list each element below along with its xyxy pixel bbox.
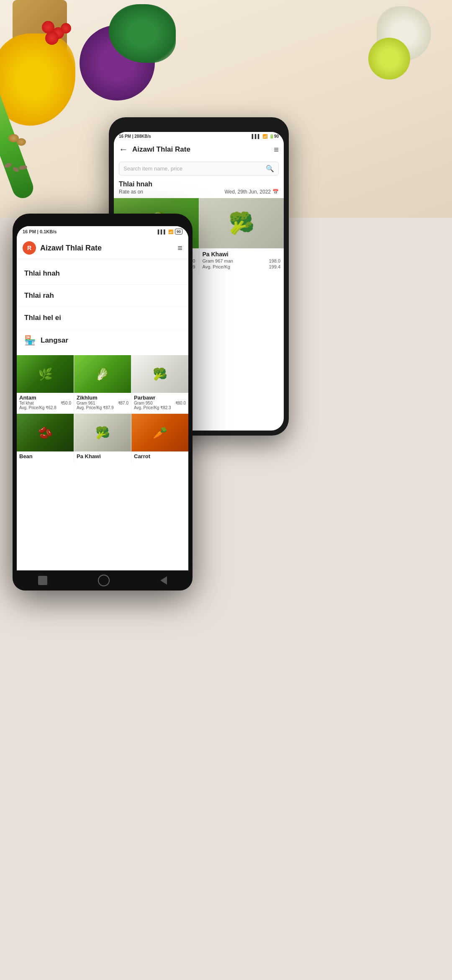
product-info-bean: Bean <box>17 451 74 463</box>
product-name-carrot: Carrot <box>134 453 186 459</box>
product-card-zikhlum[interactable]: 🥬 Zikhlum Gram 961 ₹87.0 Avg. Price/Kg ₹… <box>74 355 131 413</box>
back-product-info-pakhawi: Pa Khawi Gram 967 man 198.0 Avg. Price/K… <box>199 248 284 273</box>
menu-item-thlai-hel-ei[interactable]: Thlai hel ei <box>17 307 188 329</box>
product-name-antam: Antam <box>19 395 71 401</box>
front-product-grid: 🌿 Antam Tel khat ₹50.0 Avg. Price/Kg ₹62… <box>17 355 188 463</box>
front-status-time: 16 PM | 0.1KB/s <box>23 229 56 234</box>
menu-item-thlai-rah[interactable]: Thlai rah <box>17 285 188 307</box>
product-avg-zikhlum: Avg. Price/Kg ₹87.9 <box>77 405 128 410</box>
product-info-carrot: Carrot <box>131 451 188 463</box>
nav-square-button[interactable] <box>38 576 47 585</box>
product-card-bean[interactable]: 🫘 Bean <box>17 414 74 463</box>
product-detail-zikhlum: Gram 961 ₹87.0 <box>77 401 128 405</box>
product-img-parbawr: 🥦 <box>131 355 188 393</box>
back-status-icons: ▌▌▌ 📶 🔋90 <box>252 134 279 139</box>
product-avg-antam: Avg. Price/Kg ₹62.8 <box>19 405 71 410</box>
back-section-label: Thlai hnah <box>114 179 284 188</box>
product-img-pakhawi: 🥦 <box>74 414 131 451</box>
front-app-header: R Aizawl Thlai Rate ≡ <box>17 237 188 259</box>
front-menu-list: Thlai hnah Thlai rah Thlai hel ei 🏪 Lang… <box>17 259 188 355</box>
back-date-text: Wed, 29th Jun, 2022 <box>224 189 271 195</box>
front-nav-bar <box>13 570 193 591</box>
back-product-name-pakhawi: Pa Khawi <box>203 251 281 258</box>
back-search-icon[interactable]: 🔍 <box>266 165 274 173</box>
back-price-pakhawi: 198.0 <box>269 258 280 263</box>
back-menu-button[interactable]: ≡ <box>274 145 279 155</box>
product-avg-parbawr: Avg. Price/Kg ₹82.3 <box>134 405 186 410</box>
back-app-title: Aizawl Thlai Rate <box>132 145 274 154</box>
back-product-card-pakhawi[interactable]: 🥦 Pa Khawi Gram 967 man 198.0 Avg. Price… <box>199 198 284 273</box>
back-button[interactable]: ← <box>119 144 128 155</box>
product-name-bean: Bean <box>19 453 71 459</box>
front-status-icons: ▌▌▌ 📶 90 <box>158 229 182 235</box>
back-search-bar[interactable]: Search item name, price 🔍 <box>119 162 279 175</box>
back-gram-pakhawi: Gram 967 man <box>203 258 233 263</box>
product-info-antam: Antam Tel khat ₹50.0 Avg. Price/Kg ₹62.8 <box>17 393 74 413</box>
phone-front: 16 PM | 0.1KB/s ▌▌▌ 📶 90 R Aizawl Thlai … <box>13 214 193 591</box>
back-avg-pakhawi: Avg. Price/Kg 199.4 <box>203 264 281 269</box>
product-name-zikhlum: Zikhlum <box>77 395 128 401</box>
back-status-bar: 16 PM | 288KB/s ▌▌▌ 📶 🔋90 <box>114 132 284 141</box>
front-app-title: Aizawl Thlai Rate <box>40 244 177 253</box>
store-icon: 🏪 <box>24 335 36 346</box>
menu-item-langsar[interactable]: 🏪 Langsar <box>17 329 188 352</box>
product-img-bean: 🫘 <box>17 414 74 451</box>
product-card-pakhawi[interactable]: 🥦 Pa Khawi <box>74 414 131 463</box>
product-card-carrot[interactable]: 🥕 Carrot <box>131 414 188 463</box>
back-date-row: Rate as on Wed, 29th Jun, 2022 📅 <box>114 188 284 198</box>
product-img-carrot: 🥕 <box>131 414 188 451</box>
front-menu-button[interactable]: ≡ <box>177 243 182 253</box>
nav-home-button[interactable] <box>98 575 110 586</box>
back-status-time: 16 PM | 288KB/s <box>119 134 151 139</box>
langsar-label: Langsar <box>41 336 68 345</box>
back-product-img-pakhawi: 🥦 <box>199 198 284 248</box>
app-logo: R <box>23 241 36 255</box>
product-detail-parbawr: Gram 950 ₹80.0 <box>134 401 186 405</box>
product-info-zikhlum: Zikhlum Gram 961 ₹87.0 Avg. Price/Kg ₹87… <box>74 393 131 413</box>
product-card-parbawr[interactable]: 🥦 Parbawr Gram 950 ₹80.0 Avg. Price/Kg ₹… <box>131 355 188 413</box>
back-search-placeholder[interactable]: Search item name, price <box>123 165 266 172</box>
product-card-antam[interactable]: 🌿 Antam Tel khat ₹50.0 Avg. Price/Kg ₹62… <box>17 355 74 413</box>
back-app-header: ← Aizawl Thlai Rate ≡ <box>114 141 284 158</box>
back-rate-label: Rate as on <box>119 189 143 195</box>
back-product-detail-pakhawi: Gram 967 man 198.0 <box>203 258 281 263</box>
nav-back-button[interactable] <box>160 576 167 585</box>
product-name-parbawr: Parbawr <box>134 395 186 401</box>
product-info-pakhawi: Pa Khawi <box>74 451 131 463</box>
phone-front-screen: 16 PM | 0.1KB/s ▌▌▌ 📶 90 R Aizawl Thlai … <box>17 226 188 586</box>
product-name-pakhawi: Pa Khawi <box>77 453 128 459</box>
product-img-antam: 🌿 <box>17 355 74 393</box>
product-detail-antam: Tel khat ₹50.0 <box>19 401 71 405</box>
back-date-badge: Wed, 29th Jun, 2022 📅 <box>224 189 279 195</box>
product-info-parbawr: Parbawr Gram 950 ₹80.0 Avg. Price/Kg ₹82… <box>131 393 188 413</box>
menu-item-thlai-hnah[interactable]: Thlai hnah <box>17 263 188 285</box>
calendar-icon[interactable]: 📅 <box>272 189 279 195</box>
lemon-decoration <box>368 38 410 80</box>
product-img-zikhlum: 🥬 <box>74 355 131 393</box>
front-status-bar: 16 PM | 0.1KB/s ▌▌▌ 📶 90 <box>17 226 188 237</box>
